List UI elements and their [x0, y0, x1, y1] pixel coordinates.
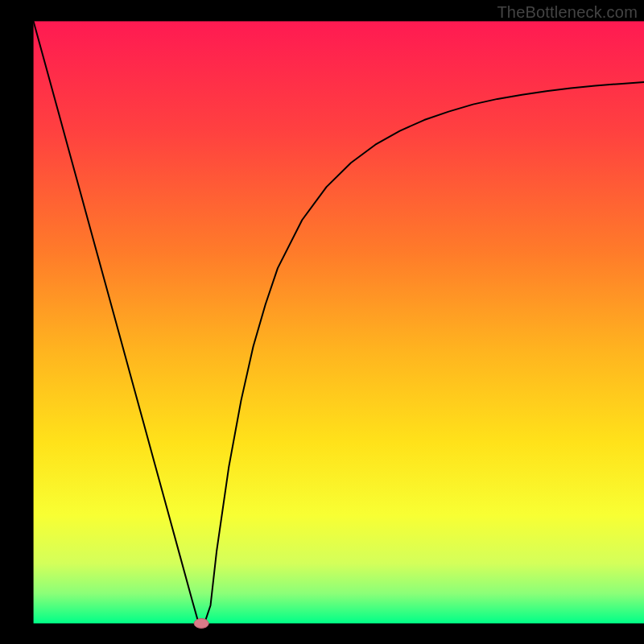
- chart-frame: TheBottleneck.com: [0, 0, 644, 644]
- plot-background: [34, 21, 644, 623]
- min-point-marker: [194, 618, 208, 628]
- bottleneck-chart: [0, 0, 644, 644]
- attribution-text: TheBottleneck.com: [497, 3, 638, 22]
